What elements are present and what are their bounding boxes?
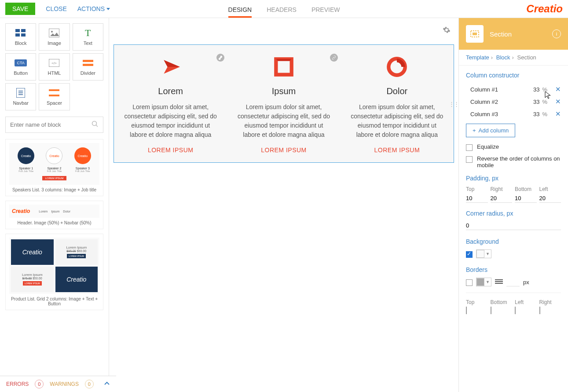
svg-rect-1 xyxy=(21,29,26,32)
border-bottom-checkbox[interactable] xyxy=(491,307,491,314)
block-icon xyxy=(15,28,27,38)
svg-rect-18 xyxy=(276,59,291,74)
padding-left-input[interactable] xyxy=(539,194,561,203)
link-icon[interactable] xyxy=(330,54,338,62)
border-right-checkbox[interactable] xyxy=(539,307,540,314)
caret-down-icon xyxy=(106,8,110,10)
panel-header: Section i xyxy=(459,18,568,50)
actions-dropdown[interactable]: ACTIONS xyxy=(77,5,110,12)
info-icon[interactable]: i xyxy=(552,29,561,38)
col-title: Lorem xyxy=(122,86,219,96)
section-icon xyxy=(466,25,484,43)
element-image[interactable]: Image xyxy=(39,23,70,51)
topbar: SAVE CLOSE ACTIONS DESIGN HEADERS PREVIE… xyxy=(0,0,568,18)
reverse-checkbox[interactable] xyxy=(466,156,473,163)
errors-label[interactable]: ERRORS xyxy=(6,381,29,387)
preset-product[interactable]: Creatio Lorem Ipsum$95.00 $60.00LOREM IP… xyxy=(5,234,103,310)
remove-column-icon[interactable]: ✕ xyxy=(555,110,561,118)
tab-design[interactable]: DESIGN xyxy=(228,6,252,18)
column-row: Column #233%✕ xyxy=(466,95,561,108)
svg-rect-15 xyxy=(49,95,59,96)
svg-point-5 xyxy=(51,31,53,33)
padding-top-input[interactable] xyxy=(466,194,488,203)
border-left-checkbox[interactable] xyxy=(515,307,516,314)
footer-bar: ERRORS 0 WARNINGS 0 xyxy=(0,376,116,392)
close-button[interactable]: CLOSE xyxy=(46,5,66,12)
col-text: Lorem ipsum dolor sit amet, consectetur … xyxy=(235,103,332,139)
tab-preview[interactable]: PREVIEW xyxy=(311,6,340,18)
breadcrumbs: Template› Block› Section xyxy=(459,50,568,66)
triangle-icon xyxy=(122,54,219,80)
section-selected[interactable]: ⋮⋮ Lorem Lorem ipsum dolor sit amet, con… xyxy=(114,44,454,163)
search-input[interactable] xyxy=(10,121,92,128)
element-divider[interactable]: Divider xyxy=(73,53,103,81)
panel-title: Section xyxy=(490,30,546,38)
remove-column-icon[interactable]: ✕ xyxy=(555,85,561,93)
col-cta[interactable]: LOREM IPSUM xyxy=(348,147,446,154)
svg-rect-9 xyxy=(83,64,93,66)
element-spacer[interactable]: Spacer xyxy=(39,83,70,110)
column-1: Lorem Lorem ipsum dolor sit amet, consec… xyxy=(114,54,227,154)
column-2: Ipsum Lorem ipsum dolor sit amet, consec… xyxy=(227,54,340,154)
border-checkbox[interactable] xyxy=(466,279,473,286)
navbar-icon xyxy=(15,88,27,98)
col-cta[interactable]: LOREM IPSUM xyxy=(122,147,219,154)
gear-icon[interactable] xyxy=(443,26,451,35)
border-width-input[interactable] xyxy=(506,278,520,286)
col-title: Ipsum xyxy=(235,86,332,96)
square-icon xyxy=(235,54,332,80)
element-html[interactable]: </>HTML xyxy=(39,53,70,81)
element-text[interactable]: TText xyxy=(73,23,103,51)
background-label: Background xyxy=(466,238,561,245)
image-icon xyxy=(48,28,60,38)
link-icon[interactable] xyxy=(216,54,224,62)
padding-bottom-input[interactable] xyxy=(515,194,537,203)
breadcrumb-section: Section xyxy=(517,54,536,61)
svg-text:</>: </> xyxy=(52,61,57,65)
preset-header[interactable]: Creatio LoremIpsumDolor Header. Image (5… xyxy=(5,201,103,229)
column-constructor-label: Column constructor xyxy=(466,72,561,79)
svg-rect-21 xyxy=(473,33,477,35)
left-panel: Block Image TText CTAButton </>HTML Divi… xyxy=(0,18,109,392)
border-top-checkbox[interactable] xyxy=(466,307,467,314)
svg-rect-3 xyxy=(21,33,26,37)
column-row: Column #133%✕ xyxy=(466,83,561,95)
border-style-icon[interactable] xyxy=(495,279,503,286)
col-cta[interactable]: LOREM IPSUM xyxy=(235,147,332,154)
remove-column-icon[interactable]: ✕ xyxy=(555,98,561,106)
errors-count: 0 xyxy=(35,380,44,388)
border-color-picker[interactable]: ▼ xyxy=(476,278,491,286)
equalize-checkbox[interactable] xyxy=(466,144,473,151)
breadcrumb-block[interactable]: Block xyxy=(496,54,510,61)
circle-icon xyxy=(348,54,446,80)
background-color-picker[interactable]: ▼ xyxy=(476,249,491,258)
element-button[interactable]: CTAButton xyxy=(5,53,36,81)
col-title: Dolor xyxy=(348,86,446,96)
brand-logo: Creatio xyxy=(526,3,563,15)
cta-icon: CTA xyxy=(15,58,27,68)
spacer-icon xyxy=(48,88,60,98)
html-icon: </> xyxy=(48,58,60,68)
column-3: Dolor Lorem ipsum dolor sit amet, consec… xyxy=(341,54,454,154)
borders-label: Borders xyxy=(466,266,561,273)
add-column-button[interactable]: +Add column xyxy=(466,124,515,137)
warnings-label[interactable]: WARNINGS xyxy=(50,381,79,387)
element-block[interactable]: Block xyxy=(5,23,36,51)
element-navbar[interactable]: Navbar xyxy=(5,83,36,110)
corner-radius-input[interactable] xyxy=(466,221,561,230)
preset-caption: Speakers List. 3 columns: Image + Job ti… xyxy=(12,187,96,192)
expand-icon[interactable] xyxy=(104,381,110,387)
save-button[interactable]: SAVE xyxy=(5,3,35,15)
breadcrumb-template[interactable]: Template xyxy=(466,54,489,61)
view-tabs: DESIGN HEADERS PREVIEW xyxy=(228,3,340,15)
preset-caption: Product List. Grid 2 columns: Image + Te… xyxy=(11,297,98,306)
tab-headers[interactable]: HEADERS xyxy=(267,6,297,18)
padding-right-input[interactable] xyxy=(491,194,513,203)
properties-panel: Section i Template› Block› Section Colum… xyxy=(458,18,568,392)
svg-rect-0 xyxy=(15,29,20,32)
preset-speakers[interactable]: CreatioCreatioCreatio Speaker 1Speaker 2… xyxy=(5,139,103,196)
block-search[interactable] xyxy=(5,117,103,133)
search-icon xyxy=(92,121,99,129)
background-checkbox[interactable] xyxy=(466,251,473,258)
col-text: Lorem ipsum dolor sit amet, consectetur … xyxy=(122,103,219,139)
